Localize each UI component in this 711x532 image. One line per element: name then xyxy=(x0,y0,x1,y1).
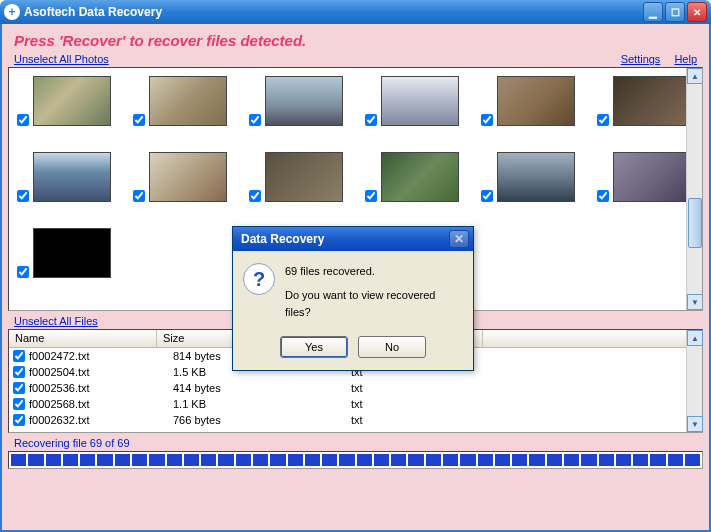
minimize-button[interactable]: ▁ xyxy=(643,2,663,22)
photo-item[interactable] xyxy=(133,152,227,202)
app-body: Press 'Recover' to recover files detecte… xyxy=(0,24,711,532)
file-row[interactable]: f0002632.txt766 bytestxt xyxy=(9,412,702,428)
photo-item[interactable] xyxy=(481,152,575,202)
photo-thumbnail[interactable] xyxy=(381,152,459,202)
scroll-up-icon[interactable]: ▲ xyxy=(687,330,703,346)
file-checkbox[interactable] xyxy=(13,350,25,362)
help-link[interactable]: Help xyxy=(674,53,697,65)
photo-thumbnail[interactable] xyxy=(33,76,111,126)
recovery-dialog: Data Recovery ✕ ? 69 files recovered. Do… xyxy=(232,226,474,371)
photo-checkbox[interactable] xyxy=(133,190,145,202)
file-row[interactable]: f0002568.txt1.1 KBtxt xyxy=(9,396,702,412)
photo-item[interactable] xyxy=(17,76,111,126)
instruction-text: Press 'Recover' to recover files detecte… xyxy=(8,28,703,53)
window-title: Asoftech Data Recovery xyxy=(24,5,641,19)
photo-scrollbar[interactable]: ▲ ▼ xyxy=(686,68,702,310)
photo-checkbox[interactable] xyxy=(249,114,261,126)
file-name: f0002504.txt xyxy=(29,366,173,378)
scroll-up-icon[interactable]: ▲ xyxy=(687,68,703,84)
photo-item[interactable] xyxy=(597,152,691,202)
file-size: 414 bytes xyxy=(173,382,351,394)
photo-thumbnail[interactable] xyxy=(497,152,575,202)
photo-item[interactable] xyxy=(481,76,575,126)
question-icon: ? xyxy=(243,263,275,295)
photo-thumbnail[interactable] xyxy=(497,76,575,126)
close-button[interactable]: ✕ xyxy=(687,2,707,22)
photo-checkbox[interactable] xyxy=(481,114,493,126)
dialog-close-button[interactable]: ✕ xyxy=(449,230,469,248)
file-name: f0002536.txt xyxy=(29,382,173,394)
top-links-row: Unselect All Photos Settings Help xyxy=(8,53,703,67)
photo-item[interactable] xyxy=(17,228,111,278)
photo-thumbnail[interactable] xyxy=(613,152,691,202)
photo-thumbnail[interactable] xyxy=(265,76,343,126)
photo-checkbox[interactable] xyxy=(365,114,377,126)
file-ext: txt xyxy=(351,382,499,394)
file-row[interactable]: f0002536.txt414 bytestxt xyxy=(9,380,702,396)
file-checkbox[interactable] xyxy=(13,414,25,426)
file-name: f0002472.txt xyxy=(29,350,173,362)
photo-thumbnail[interactable] xyxy=(149,152,227,202)
maximize-button[interactable]: ☐ xyxy=(665,2,685,22)
file-checkbox[interactable] xyxy=(13,382,25,394)
scroll-thumb[interactable] xyxy=(688,198,702,248)
photo-checkbox[interactable] xyxy=(17,114,29,126)
dialog-message: 69 files recovered. Do you want to view … xyxy=(285,263,463,322)
no-button[interactable]: No xyxy=(358,336,426,358)
file-ext: txt xyxy=(351,414,499,426)
photo-checkbox[interactable] xyxy=(597,190,609,202)
file-size: 1.1 KB xyxy=(173,398,351,410)
file-ext: txt xyxy=(351,398,499,410)
dialog-title-text: Data Recovery xyxy=(237,232,449,246)
scroll-down-icon[interactable]: ▼ xyxy=(687,294,703,310)
unselect-all-photos-link[interactable]: Unselect All Photos xyxy=(14,53,109,65)
photo-item[interactable] xyxy=(365,152,459,202)
scroll-down-icon[interactable]: ▼ xyxy=(687,416,703,432)
photo-checkbox[interactable] xyxy=(249,190,261,202)
photo-checkbox[interactable] xyxy=(17,190,29,202)
file-scrollbar[interactable]: ▲ ▼ xyxy=(686,330,702,432)
photo-item[interactable] xyxy=(365,76,459,126)
photo-checkbox[interactable] xyxy=(481,190,493,202)
progress-bar xyxy=(8,451,703,469)
photo-checkbox[interactable] xyxy=(133,114,145,126)
column-header-empty xyxy=(483,330,702,347)
yes-button[interactable]: Yes xyxy=(280,336,348,358)
photo-checkbox[interactable] xyxy=(17,266,29,278)
photo-thumbnail[interactable] xyxy=(265,152,343,202)
photo-checkbox[interactable] xyxy=(597,114,609,126)
photo-item[interactable] xyxy=(17,152,111,202)
file-checkbox[interactable] xyxy=(13,366,25,378)
photo-item[interactable] xyxy=(249,76,343,126)
dialog-line1: 69 files recovered. xyxy=(285,263,463,281)
file-checkbox[interactable] xyxy=(13,398,25,410)
photo-thumbnail[interactable] xyxy=(33,228,111,278)
unselect-all-files-link[interactable]: Unselect All Files xyxy=(14,315,98,327)
photo-item[interactable] xyxy=(133,76,227,126)
photo-checkbox[interactable] xyxy=(365,190,377,202)
photo-thumbnail[interactable] xyxy=(149,76,227,126)
titlebar: + Asoftech Data Recovery ▁ ☐ ✕ xyxy=(0,0,711,24)
photo-thumbnail[interactable] xyxy=(613,76,691,126)
settings-link[interactable]: Settings xyxy=(621,53,661,65)
status-text: Recovering file 69 of 69 xyxy=(8,433,703,451)
file-size: 766 bytes xyxy=(173,414,351,426)
file-name: f0002568.txt xyxy=(29,398,173,410)
dialog-line2: Do you want to view recovered files? xyxy=(285,287,463,322)
file-name: f0002632.txt xyxy=(29,414,173,426)
app-icon: + xyxy=(4,4,20,20)
column-header-name[interactable]: Name xyxy=(9,330,157,347)
photo-item[interactable] xyxy=(249,152,343,202)
photo-item[interactable] xyxy=(597,76,691,126)
dialog-titlebar: Data Recovery ✕ xyxy=(233,227,473,251)
photo-thumbnail[interactable] xyxy=(381,76,459,126)
photo-thumbnail[interactable] xyxy=(33,152,111,202)
